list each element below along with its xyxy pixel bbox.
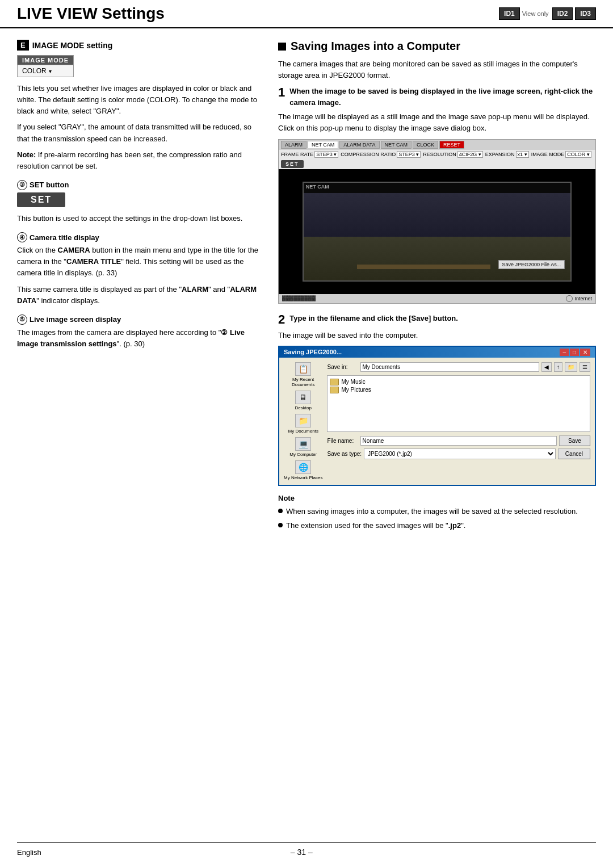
save-popup[interactable]: Save JPEG2000 File As...	[498, 260, 565, 269]
dialog-left-nav: 📋 My RecentDocuments 🖥 Desktop 📁 My Docu…	[284, 362, 322, 480]
set-section-title: SET button	[30, 181, 69, 189]
dialog-minimize-btn[interactable]: –	[560, 349, 569, 356]
dialog-up-btn[interactable]: ↑	[554, 362, 562, 372]
nav-mydocs-label: My Documents	[288, 429, 318, 434]
step2-header: 2 Type in the filename and click the [Sa…	[278, 313, 596, 326]
bar-resolution-label: RESOLUTION	[423, 152, 456, 157]
internet-indicator: Internet	[566, 295, 592, 302]
dialog-savein-value[interactable]: My Documents	[360, 362, 539, 372]
badge-viewonly: View only	[522, 10, 549, 17]
section-e-title: IMAGE MODE setting	[32, 41, 113, 50]
image-mode-box: IMAGE MODE COLOR ▾	[17, 55, 74, 77]
bar-resolution-select[interactable]: 4CIF2G ▾	[457, 151, 483, 158]
dialog-close-btn[interactable]: ✕	[580, 349, 590, 356]
step1-header: 1 When the image to be saved is being di…	[278, 86, 596, 108]
screenshot-toolbar: ALARM NET CAM ALARM DATA NET CAM CLOCK R…	[279, 140, 595, 150]
camera-title-label: Camera title display	[30, 233, 99, 242]
toolbar-tab-netcam2: NET CAM	[381, 141, 412, 149]
camera-label: NET CAM	[306, 184, 329, 190]
nav-mycomputer[interactable]: 💻 My Computer	[289, 437, 317, 457]
black-square-icon	[278, 43, 286, 51]
desktop-icon: 🖥	[295, 391, 311, 404]
bar-imagemode-select[interactable]: COLOR ▾	[565, 151, 591, 158]
badge-id1: ID1	[499, 7, 520, 20]
toolbar-tab-reset: RESET	[439, 141, 464, 149]
nav-mydocs[interactable]: 📁 My Documents	[288, 414, 318, 434]
image-mode-box-title: IMAGE MODE	[18, 56, 73, 65]
bar-set-button[interactable]: SET	[281, 160, 304, 168]
dialog-filetype-select[interactable]: JPEG2000 (*.jp2)	[364, 448, 556, 459]
bar-compression-select[interactable]: STEP3 ▾	[397, 151, 421, 158]
nav-recent[interactable]: 📋 My RecentDocuments	[292, 362, 314, 387]
globe-icon	[566, 295, 573, 302]
dialog-newfolder-btn[interactable]: 📁	[565, 362, 577, 372]
set-desc: This button is used to accept the settin…	[17, 213, 261, 224]
dialog-filename-label: File name:	[327, 438, 358, 444]
image-mode-section: E IMAGE MODE setting IMAGE MODE COLOR ▾ …	[17, 40, 261, 172]
nav-mycomputer-label: My Computer	[289, 452, 317, 457]
scene-floor	[304, 237, 570, 280]
nav-desktop[interactable]: 🖥 Desktop	[295, 391, 312, 410]
step1-body: The image will be displayed as a still i…	[278, 111, 596, 134]
circle-4: ④	[17, 232, 27, 242]
select-arrow-icon: ▾	[49, 68, 52, 74]
dialog-filetype-row: Save as type: JPEG2000 (*.jp2) Cancel	[327, 448, 590, 459]
dialog-save-btn[interactable]: Save	[559, 435, 590, 446]
image-mode-select[interactable]: COLOR ▾	[18, 65, 73, 77]
screenshot-box: ALARM NET CAM ALARM DATA NET CAM CLOCK R…	[278, 139, 596, 304]
dialog-main: Save in: My Documents ◀ ↑ 📁 ☰ My Mu	[327, 362, 590, 480]
dialog-view-btn[interactable]: ☰	[580, 362, 590, 372]
footer-page-num: – 31 –	[291, 848, 313, 857]
dialog-controls: – □ ✕	[560, 349, 590, 356]
scene-wall	[304, 193, 570, 241]
toolbar-tab-alarmdata: ALARM DATA	[339, 141, 379, 149]
bullet-text-2: The extension used for the saved images …	[286, 520, 465, 531]
live-image-header: ⑤ Live image screen display	[17, 315, 261, 325]
scene-table	[357, 265, 490, 269]
bar-compression: COMPRESSION RATIO STEP3 ▾	[341, 151, 421, 158]
bar-expansion-select[interactable]: x1 ▾	[516, 151, 529, 158]
dialog-back-btn[interactable]: ◀	[541, 362, 552, 372]
file-item-pictures[interactable]: My Pictures	[330, 386, 587, 394]
live-image-desc: The images from the camera are displayed…	[17, 327, 261, 350]
dialog-cancel-btn[interactable]: Cancel	[558, 448, 590, 459]
step1-block: 1 When the image to be saved is being di…	[278, 86, 596, 303]
circle-3: ③	[17, 180, 27, 190]
header-badges: ID1 View only ID2 ID3	[499, 7, 596, 20]
bar-compression-label: COMPRESSION RATIO	[341, 152, 396, 157]
badge-id2: ID2	[552, 7, 573, 20]
toolbar-tab-alarm: ALARM	[281, 141, 306, 149]
dialog-file-area: My Music My Pictures	[327, 375, 590, 432]
footer-language: English	[17, 848, 41, 857]
camera-title-desc2: This same camera title is displayed as p…	[17, 284, 261, 307]
folder-icon-music	[330, 379, 339, 385]
set-section-header: ③ SET button	[17, 180, 261, 190]
bullet-item-1: When saving images into a computer, the …	[278, 506, 596, 517]
bar-expansion: EXPANSION x1 ▾	[485, 151, 529, 158]
camera-title-section: ④ Camera title display Click on the CAME…	[17, 232, 261, 307]
bar-framerate-select[interactable]: STEP3 ▾	[314, 151, 338, 158]
dialog-maximize-btn[interactable]: □	[570, 349, 579, 356]
camera-inner-box: NET CAM Save JPEG2000 File As...	[303, 182, 572, 282]
step1-desc: When the image to be saved is being disp…	[289, 86, 596, 108]
mydocs-icon: 📁	[295, 414, 311, 427]
dialog-filename-input[interactable]	[360, 436, 557, 446]
dialog-titlebar: Saving JPEG2000... – □ ✕	[279, 347, 595, 358]
bullet-dot-1	[278, 509, 283, 513]
screenshot-bottom: ▓▓▓▓▓▓▓▓▓ Internet	[279, 294, 595, 303]
step2-desc: Type in the filename and click the [Save…	[289, 313, 458, 324]
network-icon: 🌐	[295, 460, 311, 474]
image-mode-para1: This lets you set whether live images ar…	[17, 83, 261, 117]
internet-text: Internet	[574, 296, 592, 301]
page-footer: English – 31 –	[17, 842, 596, 857]
nav-network[interactable]: 🌐 My Network Places	[284, 460, 322, 480]
file-music-label: My Music	[341, 379, 365, 385]
nav-recent-label: My RecentDocuments	[292, 377, 314, 387]
camera-title-header: ④ Camera title display	[17, 232, 261, 242]
bar-imagemode: IMAGE MODE COLOR ▾	[531, 151, 591, 158]
mycomputer-icon: 💻	[295, 437, 311, 451]
dialog-title: Saving JPEG2000...	[284, 349, 342, 355]
dialog-savein-label: Save in:	[327, 364, 358, 370]
file-item-music[interactable]: My Music	[330, 378, 587, 386]
set-button[interactable]: SET	[17, 192, 65, 207]
